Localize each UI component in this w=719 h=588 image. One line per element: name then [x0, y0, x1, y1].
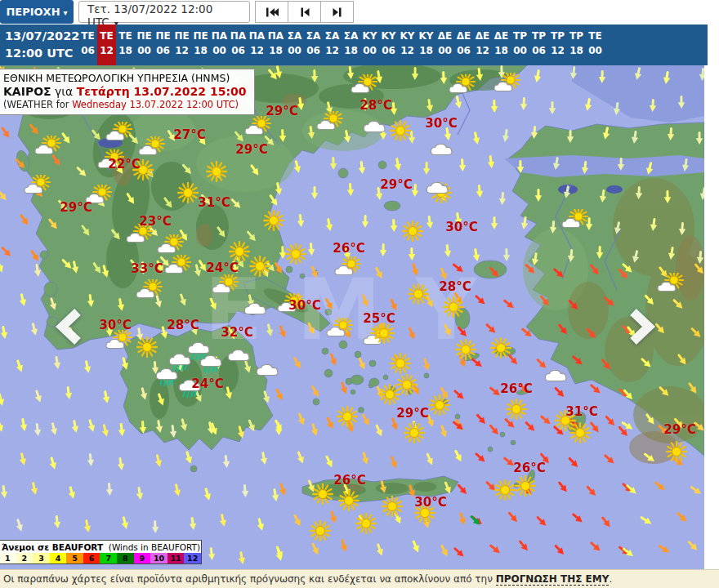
timeline-step[interactable]: ΠΕ18 — [191, 24, 210, 65]
temperature-label: 25°C — [363, 311, 395, 326]
timeline-step[interactable]: ΔΕ00 — [435, 24, 454, 65]
timeline-step[interactable]: ΤΡ18 — [567, 24, 586, 65]
timeline-step-hour: 06 — [454, 45, 473, 56]
wind-arrow — [517, 97, 529, 112]
wind-arrow — [31, 263, 44, 278]
chevron-down-icon: ▾ — [64, 8, 68, 17]
emy-forecast-link[interactable]: ΠΡΟΓΝΩΣΗ ΤΗΣ ΕΜΥ — [496, 573, 610, 586]
map-next-region-arrow[interactable] — [626, 308, 657, 349]
forecast-title-en: (WEATHER for Wednesday 13.07.2022 12:00 … — [3, 99, 249, 110]
timeline-step-day: ΠΕ — [135, 30, 154, 42]
temperature-label: 29°C — [60, 200, 92, 215]
timeline-step-hour: 18 — [116, 45, 135, 56]
weather-icon-sun — [310, 520, 331, 545]
timeline-step-hour: 06 — [304, 45, 323, 56]
weather-icon-sun — [404, 422, 425, 447]
timeline-step-day: ΤΡ — [511, 30, 529, 42]
disclaimer-text: Οι παραπάνω χάρτες είναι προϊόντα αριθμη… — [3, 573, 496, 585]
timeline-step[interactable]: ΣΑ18 — [342, 24, 360, 65]
weather-icon-sun — [263, 210, 284, 234]
wind-arrow — [567, 65, 580, 80]
wind-arrow — [153, 419, 167, 434]
timeline-step-hour: 12 — [248, 45, 266, 56]
wind-arrow — [697, 186, 704, 202]
beaufort-cell: 12 — [184, 553, 201, 564]
timeline-step[interactable]: ΤΡ00 — [511, 24, 529, 65]
timeline-step[interactable]: ΤΡ12 — [548, 24, 567, 65]
wind-arrow — [0, 484, 11, 500]
toolbar: ΠΕΡΙΟΧΗ▾ Τετ. 13/07/2022 12:00 UTC▾ — [0, 0, 719, 24]
timeline-step[interactable]: ΣΑ06 — [304, 24, 323, 65]
temperature-label: 26°C — [500, 381, 532, 396]
wind-arrow — [294, 213, 307, 228]
timeline-step[interactable]: ΣΑ12 — [323, 24, 342, 65]
wind-arrow — [114, 297, 128, 313]
wind-arrow — [665, 246, 678, 261]
wind-arrow — [84, 293, 97, 309]
wind-arrow — [100, 390, 114, 405]
temperature-label: 30°C — [99, 318, 131, 332]
wind-arrow — [220, 454, 233, 469]
weather-icon-sun — [285, 243, 306, 268]
timeline-step[interactable]: ΤΕ06 — [78, 24, 97, 65]
wind-arrow — [31, 422, 44, 437]
weather-map[interactable]: ΕΜΥ 27°C29°C28°C30°C29°C22°C29°C23°C31°C… — [0, 65, 704, 569]
map-prev-region-arrow[interactable] — [54, 308, 85, 349]
beaufort-cell: 4 — [50, 553, 67, 564]
wind-arrow — [660, 70, 673, 86]
timeline-step[interactable]: ΠΕ00 — [135, 24, 154, 65]
timeline-step[interactable]: ΔΕ06 — [454, 24, 473, 65]
timeline-step[interactable]: ΤΕ18 — [116, 24, 135, 65]
weather-icon-sun — [206, 161, 227, 185]
timeline-step[interactable]: ΣΑ00 — [285, 24, 304, 65]
timeline-step[interactable]: ΠΕ06 — [154, 24, 172, 65]
wind-arrow — [84, 452, 96, 467]
timeline-step-day: ΣΑ — [285, 30, 304, 42]
wind-arrow — [596, 189, 610, 204]
timeline-step-hour: 12 — [398, 45, 417, 56]
weather-icon-sun — [494, 479, 516, 504]
weather-icon-sun — [337, 406, 358, 430]
temperature-label: 31°C — [198, 195, 230, 210]
timeline-step[interactable]: ΔΕ12 — [473, 24, 492, 65]
timeline-step[interactable]: ΠΑ06 — [229, 24, 248, 65]
weather-icon-sun-cloud — [163, 255, 191, 281]
timeline-step[interactable]: ΚΥ06 — [379, 24, 398, 65]
skip-to-start-button[interactable] — [255, 1, 288, 23]
timeline-step[interactable]: ΤΕ12 — [97, 24, 116, 65]
timeline-step[interactable]: ΠΕ12 — [172, 24, 191, 65]
datetime-dropdown[interactable]: Τετ. 13/07/2022 12:00 UTC▾ — [78, 1, 250, 23]
timeline-step[interactable]: ΤΕ00 — [586, 24, 605, 65]
timeline-step[interactable]: ΠΑ00 — [210, 24, 229, 65]
wind-arrow — [114, 457, 127, 472]
chevron-left-icon — [54, 308, 85, 345]
beaufort-cell: 9 — [134, 553, 151, 564]
weather-icon-sun-cloud — [325, 318, 353, 344]
timeline-step[interactable]: ΠΑ18 — [266, 24, 285, 65]
step-forward-button[interactable] — [320, 1, 354, 23]
temperature-label: 24°C — [206, 261, 238, 275]
weather-icon-sun — [429, 394, 450, 419]
timeline-step[interactable]: ΚΥ00 — [360, 24, 379, 65]
wind-arrow — [499, 128, 512, 144]
timeline-step[interactable]: ΠΑ12 — [248, 24, 266, 65]
weather-icon-sun-cloud — [33, 136, 61, 162]
timeline-step[interactable]: ΔΕ18 — [492, 24, 511, 65]
wind-arrow — [257, 451, 271, 466]
timeline-step-day: ΣΑ — [342, 30, 360, 42]
temperature-label: 30°C — [445, 220, 477, 234]
weather-icon-sun — [136, 336, 158, 361]
timeline-step[interactable]: ΚΥ18 — [417, 24, 435, 65]
region-dropdown-button[interactable]: ΠΕΡΙΟΧΗ▾ — [0, 0, 74, 24]
timeline-step[interactable]: ΚΥ12 — [398, 24, 417, 65]
wind-arrow — [628, 130, 641, 145]
timeline-step-day: ΠΕ — [154, 30, 172, 42]
temperature-label: 31°C — [565, 404, 597, 419]
wind-legend-title: Άνεμοι σε BEAUFORT (Winds in BEAUFORT) — [0, 541, 201, 553]
temperature-label: 26°C — [333, 473, 365, 488]
timeline-step[interactable]: ΤΡ06 — [529, 24, 548, 65]
temperature-label: 28°C — [167, 318, 199, 332]
step-back-button[interactable] — [288, 1, 321, 23]
beaufort-cell: 6 — [83, 553, 100, 564]
weather-icon-sun-cloud — [211, 274, 239, 301]
